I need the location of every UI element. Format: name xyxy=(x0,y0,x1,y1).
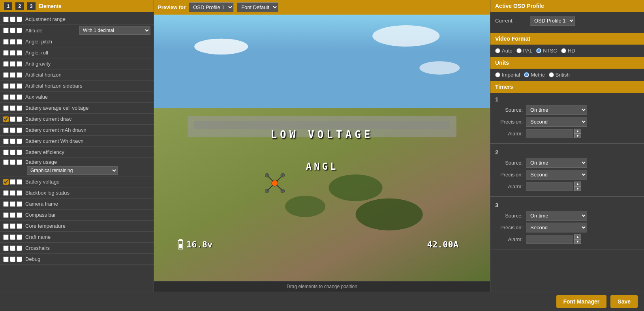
check1-altitude[interactable] xyxy=(3,28,9,33)
label-ah-sidebars: Artificial horizon sidebars xyxy=(25,83,150,89)
label-batt-mah-drawn: Battery current mAh drawn xyxy=(25,127,150,133)
right-panel: Active OSD Profile Current: OSD Profile … xyxy=(490,0,644,292)
video-hd-label[interactable]: HD xyxy=(561,48,575,54)
check3-adjustment-range[interactable] xyxy=(17,17,22,22)
font-select[interactable]: Font Default Font 1 Font 2 xyxy=(237,2,278,12)
active-profile-select[interactable]: OSD Profile 1 OSD Profile 2 OSD Profile … xyxy=(530,16,575,26)
timer-2-alarm-spinner: ▲ ▼ xyxy=(574,182,581,191)
timer-3-source-select[interactable]: On time Total armed time Last armed time… xyxy=(526,211,587,221)
timer-1-alarm-input[interactable] xyxy=(526,129,573,138)
timer-1-alarm-down[interactable]: ▼ xyxy=(574,133,581,138)
tab-3[interactable]: 3 xyxy=(27,2,35,10)
timer-1-precision-select[interactable]: Second Hundredth Tenth xyxy=(526,117,587,127)
preview-bar: Preview for OSD Profile 1 OSD Profile 2 … xyxy=(154,0,490,15)
video-hd-radio[interactable] xyxy=(561,48,566,53)
list-item: Artificial horizon sidebars xyxy=(0,81,154,92)
list-item: Battery current mAh drawn xyxy=(0,125,154,136)
current-profile-row: Current: OSD Profile 1 OSD Profile 2 OSD… xyxy=(495,16,639,26)
video-format-header: Video Format xyxy=(490,33,644,45)
video-ntsc-radio[interactable] xyxy=(536,48,541,53)
timer-2-alarm-down[interactable]: ▼ xyxy=(574,186,581,191)
label-debug: Debug xyxy=(25,256,150,262)
units-header: Units xyxy=(490,57,644,69)
left-panel-header: 1 2 3 Elements xyxy=(0,0,154,12)
label-craft-name: Craft name xyxy=(25,234,150,240)
check1[interactable] xyxy=(3,39,9,45)
video-auto-radio[interactable] xyxy=(495,48,500,53)
timer-1-alarm-up[interactable]: ▲ xyxy=(574,129,581,133)
check2[interactable] xyxy=(10,39,15,45)
check1-adjustment-range[interactable] xyxy=(3,17,9,22)
preview-container: LOW VOLTAGE ANGL 16.8v 42.00A xyxy=(154,15,490,281)
list-item: Battery current Wh drawn xyxy=(0,136,154,147)
svg-point-18 xyxy=(281,189,285,193)
timer-1-alarm-wrap: ▲ ▼ xyxy=(526,129,581,138)
units-metric-label[interactable]: Metric xyxy=(524,72,544,78)
timer-2-alarm-up[interactable]: ▲ xyxy=(574,182,581,186)
check1-batt-voltage[interactable] xyxy=(3,179,9,185)
units-british-label[interactable]: British xyxy=(549,72,570,78)
video-pal-label[interactable]: PAL xyxy=(516,48,533,54)
label-battery-usage: Battery usage xyxy=(25,159,150,165)
font-manager-button[interactable]: Font Manager xyxy=(556,295,607,308)
list-item: Battery average cell voltage xyxy=(0,103,154,114)
list-item: Anti gravity xyxy=(0,58,154,69)
tab-2[interactable]: 2 xyxy=(15,2,24,10)
timer-2-source-select[interactable]: On time Total armed time Last armed time… xyxy=(526,158,587,168)
timer-2-precision-row: Precision: Second Hundredth Tenth xyxy=(495,170,639,180)
check3-altitude[interactable] xyxy=(17,28,22,33)
timer-1-num: 1 xyxy=(495,96,639,103)
osd-profile-select[interactable]: OSD Profile 1 OSD Profile 2 OSD Profile … xyxy=(189,2,234,12)
check1-batt-current-draw[interactable] xyxy=(3,116,9,122)
label-compass-bar: Compass bar xyxy=(25,212,150,218)
timer-3-alarm-spinner: ▲ ▼ xyxy=(574,234,581,244)
video-ntsc-label[interactable]: NTSC xyxy=(536,48,557,54)
timer-3-block: 3 Source: On time Total armed time Last … xyxy=(490,199,644,249)
label-batt-avg-cell: Battery average cell voltage xyxy=(25,105,150,111)
list-item-altitude: Altitude No decimals With 1 decimal With… xyxy=(0,25,154,36)
video-pal-radio[interactable] xyxy=(516,48,522,53)
video-auto-label[interactable]: Auto xyxy=(495,48,513,54)
altitude-dropdown[interactable]: No decimals With 1 decimal With 2 decima… xyxy=(79,26,150,35)
check2-adjustment-range[interactable] xyxy=(10,17,15,22)
list-item: Camera frame xyxy=(0,199,154,210)
check2-altitude[interactable] xyxy=(10,28,15,33)
list-item: Angle: pitch xyxy=(0,36,154,47)
list-item: Aux value xyxy=(0,92,154,103)
preview-footer: Drag elements to change position xyxy=(154,281,490,292)
units-imperial-label[interactable]: Imperial xyxy=(495,72,520,78)
list-item: Adjustment range xyxy=(0,14,154,25)
timer-3-alarm-row: Alarm: ▲ ▼ xyxy=(495,234,639,244)
timer-2-alarm-input[interactable] xyxy=(526,182,573,191)
timer-3-alarm-input[interactable] xyxy=(526,235,573,244)
timer-3-source-row: Source: On time Total armed time Last ar… xyxy=(495,211,639,221)
timer-1-precision-row: Precision: Second Hundredth Tenth xyxy=(495,117,639,127)
units-metric-radio[interactable] xyxy=(524,72,529,77)
units-imperial-radio[interactable] xyxy=(495,72,500,77)
battery-usage-dropdown[interactable]: Graphical remaining Numeric remaining Nu… xyxy=(27,166,118,175)
list-item: Blackbox log status xyxy=(0,187,154,199)
units-british-radio[interactable] xyxy=(549,72,554,77)
checkboxes-adjustment-range xyxy=(3,17,22,22)
save-button[interactable]: Save xyxy=(610,295,638,308)
preview-label: Preview for xyxy=(158,4,186,10)
label-aux-value: Aux value xyxy=(25,94,150,100)
tab-1[interactable]: 1 xyxy=(4,2,12,10)
list-item: Artificial horizon xyxy=(0,69,154,81)
timers-section: 1 Source: On time Total armed time Last … xyxy=(490,93,644,249)
check3[interactable] xyxy=(17,39,22,45)
label-batt-efficiency: Battery efficiency xyxy=(25,149,150,155)
list-item: Battery voltage xyxy=(0,176,154,187)
timer-3-precision-select[interactable]: Second Hundredth Tenth xyxy=(526,223,587,232)
timer-2-precision-select[interactable]: Second Hundredth Tenth xyxy=(526,170,587,180)
timer-3-alarm-up[interactable]: ▲ xyxy=(574,234,581,239)
bottom-bar: Font Manager Save xyxy=(0,292,644,311)
timer-3-alarm-down[interactable]: ▼ xyxy=(574,239,581,244)
label-batt-wh-drawn: Battery current Wh drawn xyxy=(25,138,150,144)
timer-1-block: 1 Source: On time Total armed time Last … xyxy=(490,93,644,144)
list-item: Crosshairs xyxy=(0,243,154,254)
timer-1-source-select[interactable]: On time Total armed time Last armed time… xyxy=(526,105,587,115)
timer-2-source-row: Source: On time Total armed time Last ar… xyxy=(495,158,639,168)
timer-3-precision-row: Precision: Second Hundredth Tenth xyxy=(495,223,639,232)
label-anti-gravity: Anti gravity xyxy=(25,61,150,67)
